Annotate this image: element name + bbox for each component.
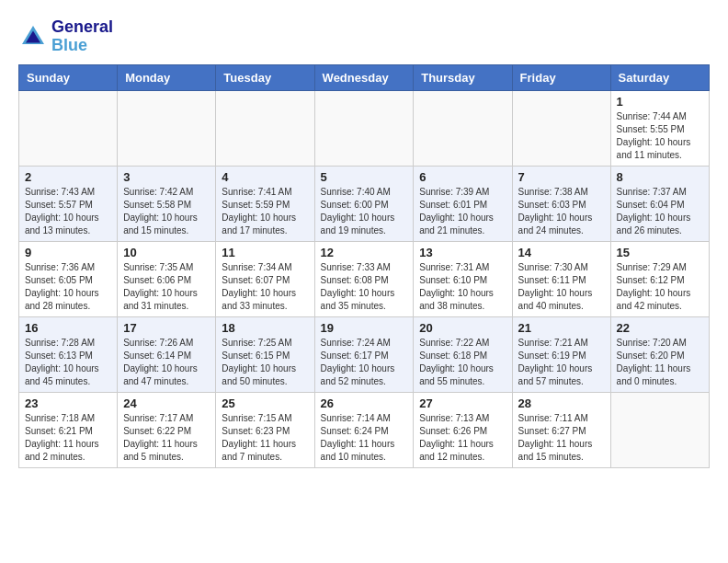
day-number: 16 bbox=[25, 321, 111, 335]
day-info: Sunrise: 7:22 AM Sunset: 6:18 PM Dayligh… bbox=[419, 337, 506, 388]
calendar-cell: 26Sunrise: 7:14 AM Sunset: 6:24 PM Dayli… bbox=[314, 392, 414, 467]
day-info: Sunrise: 7:29 AM Sunset: 6:12 PM Dayligh… bbox=[617, 261, 703, 313]
calendar-cell: 21Sunrise: 7:21 AM Sunset: 6:19 PM Dayli… bbox=[512, 316, 610, 392]
logo: General Blue bbox=[18, 18, 113, 55]
day-info: Sunrise: 7:34 AM Sunset: 6:07 PM Dayligh… bbox=[222, 261, 308, 313]
day-info: Sunrise: 7:20 AM Sunset: 6:20 PM Dayligh… bbox=[617, 337, 703, 388]
day-number: 4 bbox=[222, 170, 308, 184]
day-info: Sunrise: 7:11 AM Sunset: 6:27 PM Dayligh… bbox=[518, 412, 605, 464]
calendar-week-row: 9Sunrise: 7:36 AM Sunset: 6:05 PM Daylig… bbox=[19, 241, 710, 316]
calendar-cell bbox=[216, 90, 314, 166]
day-number: 1 bbox=[617, 95, 703, 109]
day-info: Sunrise: 7:39 AM Sunset: 6:01 PM Dayligh… bbox=[419, 186, 506, 237]
logo-icon bbox=[18, 22, 48, 52]
calendar-cell: 28Sunrise: 7:11 AM Sunset: 6:27 PM Dayli… bbox=[512, 392, 610, 467]
calendar-cell bbox=[314, 90, 414, 166]
calendar-cell: 11Sunrise: 7:34 AM Sunset: 6:07 PM Dayli… bbox=[216, 241, 314, 316]
day-number: 20 bbox=[419, 321, 506, 335]
day-info: Sunrise: 7:31 AM Sunset: 6:10 PM Dayligh… bbox=[419, 261, 506, 313]
calendar-cell bbox=[414, 90, 512, 166]
day-info: Sunrise: 7:37 AM Sunset: 6:04 PM Dayligh… bbox=[617, 186, 703, 237]
calendar-cell: 7Sunrise: 7:38 AM Sunset: 6:03 PM Daylig… bbox=[512, 166, 610, 241]
day-info: Sunrise: 7:18 AM Sunset: 6:21 PM Dayligh… bbox=[25, 412, 111, 464]
day-number: 25 bbox=[222, 396, 308, 410]
day-info: Sunrise: 7:14 AM Sunset: 6:24 PM Dayligh… bbox=[321, 412, 408, 464]
day-number: 18 bbox=[222, 321, 308, 335]
day-header-friday: Friday bbox=[512, 64, 610, 90]
calendar-table: SundayMondayTuesdayWednesdayThursdayFrid… bbox=[18, 64, 710, 468]
day-number: 6 bbox=[419, 170, 506, 184]
day-number: 5 bbox=[321, 170, 408, 184]
calendar-cell: 24Sunrise: 7:17 AM Sunset: 6:22 PM Dayli… bbox=[118, 392, 216, 467]
calendar-header-row: SundayMondayTuesdayWednesdayThursdayFrid… bbox=[19, 64, 710, 90]
day-header-sunday: Sunday bbox=[19, 64, 118, 90]
day-number: 26 bbox=[321, 396, 408, 410]
day-info: Sunrise: 7:40 AM Sunset: 6:00 PM Dayligh… bbox=[321, 186, 408, 237]
page-header: General Blue bbox=[18, 18, 710, 55]
day-number: 28 bbox=[518, 396, 605, 410]
calendar-cell: 18Sunrise: 7:25 AM Sunset: 6:15 PM Dayli… bbox=[216, 316, 314, 392]
day-number: 23 bbox=[25, 396, 111, 410]
calendar-cell: 13Sunrise: 7:31 AM Sunset: 6:10 PM Dayli… bbox=[414, 241, 512, 316]
calendar-cell: 6Sunrise: 7:39 AM Sunset: 6:01 PM Daylig… bbox=[414, 166, 512, 241]
day-number: 17 bbox=[123, 321, 210, 335]
day-number: 12 bbox=[321, 246, 408, 259]
calendar-week-row: 2Sunrise: 7:43 AM Sunset: 5:57 PM Daylig… bbox=[19, 166, 710, 241]
day-info: Sunrise: 7:25 AM Sunset: 6:15 PM Dayligh… bbox=[222, 337, 308, 388]
calendar-cell: 27Sunrise: 7:13 AM Sunset: 6:26 PM Dayli… bbox=[414, 392, 512, 467]
day-number: 10 bbox=[123, 246, 210, 259]
logo-text: General Blue bbox=[51, 18, 113, 55]
calendar-cell: 23Sunrise: 7:18 AM Sunset: 6:21 PM Dayli… bbox=[19, 392, 118, 467]
calendar-cell: 10Sunrise: 7:35 AM Sunset: 6:06 PM Dayli… bbox=[118, 241, 216, 316]
day-header-monday: Monday bbox=[118, 64, 216, 90]
day-number: 13 bbox=[419, 246, 506, 259]
day-info: Sunrise: 7:28 AM Sunset: 6:13 PM Dayligh… bbox=[25, 337, 111, 388]
calendar-cell: 12Sunrise: 7:33 AM Sunset: 6:08 PM Dayli… bbox=[314, 241, 414, 316]
calendar-cell: 1Sunrise: 7:44 AM Sunset: 5:55 PM Daylig… bbox=[610, 90, 709, 166]
day-info: Sunrise: 7:24 AM Sunset: 6:17 PM Dayligh… bbox=[321, 337, 408, 388]
day-number: 14 bbox=[518, 246, 605, 259]
day-info: Sunrise: 7:41 AM Sunset: 5:59 PM Dayligh… bbox=[222, 186, 308, 237]
calendar-week-row: 16Sunrise: 7:28 AM Sunset: 6:13 PM Dayli… bbox=[19, 316, 710, 392]
day-number: 19 bbox=[321, 321, 408, 335]
day-info: Sunrise: 7:42 AM Sunset: 5:58 PM Dayligh… bbox=[123, 186, 210, 237]
calendar-cell: 3Sunrise: 7:42 AM Sunset: 5:58 PM Daylig… bbox=[118, 166, 216, 241]
day-info: Sunrise: 7:15 AM Sunset: 6:23 PM Dayligh… bbox=[222, 412, 308, 464]
day-number: 24 bbox=[123, 396, 210, 410]
calendar-cell bbox=[19, 90, 118, 166]
day-number: 3 bbox=[123, 170, 210, 184]
calendar-cell: 5Sunrise: 7:40 AM Sunset: 6:00 PM Daylig… bbox=[314, 166, 414, 241]
day-number: 9 bbox=[25, 246, 111, 259]
day-info: Sunrise: 7:33 AM Sunset: 6:08 PM Dayligh… bbox=[321, 261, 408, 313]
day-info: Sunrise: 7:21 AM Sunset: 6:19 PM Dayligh… bbox=[518, 337, 605, 388]
calendar-week-row: 23Sunrise: 7:18 AM Sunset: 6:21 PM Dayli… bbox=[19, 392, 710, 467]
day-header-thursday: Thursday bbox=[414, 64, 512, 90]
day-number: 7 bbox=[518, 170, 605, 184]
day-number: 27 bbox=[419, 396, 506, 410]
day-info: Sunrise: 7:35 AM Sunset: 6:06 PM Dayligh… bbox=[123, 261, 210, 313]
calendar-cell: 2Sunrise: 7:43 AM Sunset: 5:57 PM Daylig… bbox=[19, 166, 118, 241]
day-info: Sunrise: 7:38 AM Sunset: 6:03 PM Dayligh… bbox=[518, 186, 605, 237]
day-number: 11 bbox=[222, 246, 308, 259]
calendar-cell: 22Sunrise: 7:20 AM Sunset: 6:20 PM Dayli… bbox=[610, 316, 709, 392]
calendar-cell: 20Sunrise: 7:22 AM Sunset: 6:18 PM Dayli… bbox=[414, 316, 512, 392]
day-header-wednesday: Wednesday bbox=[314, 64, 414, 90]
day-info: Sunrise: 7:13 AM Sunset: 6:26 PM Dayligh… bbox=[419, 412, 506, 464]
calendar-cell: 9Sunrise: 7:36 AM Sunset: 6:05 PM Daylig… bbox=[19, 241, 118, 316]
calendar-cell: 8Sunrise: 7:37 AM Sunset: 6:04 PM Daylig… bbox=[610, 166, 709, 241]
day-number: 15 bbox=[617, 246, 703, 259]
day-header-tuesday: Tuesday bbox=[216, 64, 314, 90]
day-header-saturday: Saturday bbox=[610, 64, 709, 90]
day-number: 2 bbox=[25, 170, 111, 184]
day-info: Sunrise: 7:43 AM Sunset: 5:57 PM Dayligh… bbox=[25, 186, 111, 237]
calendar-week-row: 1Sunrise: 7:44 AM Sunset: 5:55 PM Daylig… bbox=[19, 90, 710, 166]
calendar-cell bbox=[512, 90, 610, 166]
day-info: Sunrise: 7:26 AM Sunset: 6:14 PM Dayligh… bbox=[123, 337, 210, 388]
day-number: 8 bbox=[617, 170, 703, 184]
calendar-cell: 15Sunrise: 7:29 AM Sunset: 6:12 PM Dayli… bbox=[610, 241, 709, 316]
calendar-cell bbox=[610, 392, 709, 467]
day-number: 21 bbox=[518, 321, 605, 335]
calendar-cell: 4Sunrise: 7:41 AM Sunset: 5:59 PM Daylig… bbox=[216, 166, 314, 241]
calendar-cell: 25Sunrise: 7:15 AM Sunset: 6:23 PM Dayli… bbox=[216, 392, 314, 467]
calendar-cell: 16Sunrise: 7:28 AM Sunset: 6:13 PM Dayli… bbox=[19, 316, 118, 392]
